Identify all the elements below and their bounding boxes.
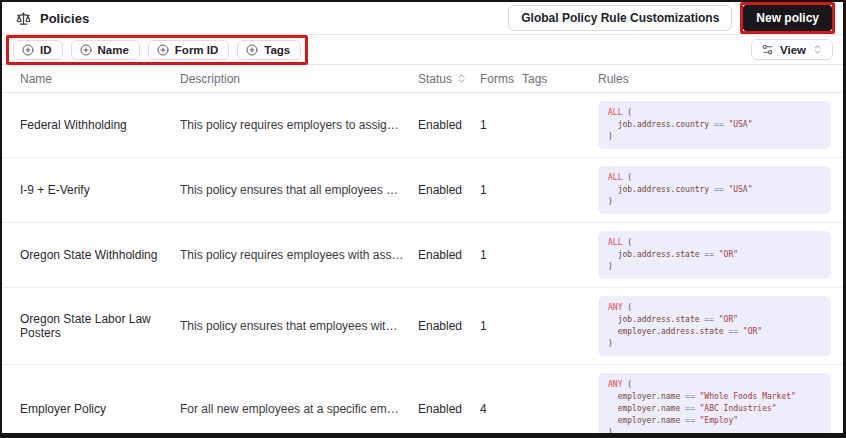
- annotation-box-new-policy: New policy: [740, 2, 835, 34]
- cell-rules: ANY ( employer.name == "Whole Foods Mark…: [598, 373, 831, 438]
- rule-code-block: ALL ( job.address.country == "USA" ): [598, 101, 831, 149]
- rule-code-block: ANY ( job.address.state == "OR" employer…: [598, 296, 831, 356]
- chevrons-up-down-icon: [812, 44, 823, 55]
- column-header-description: Description: [180, 72, 418, 86]
- filter-chip-name[interactable]: Name: [71, 40, 140, 60]
- table-row[interactable]: Oregon State Labor Law PostersThis polic…: [2, 288, 843, 365]
- cell-rules: ANY ( job.address.state == "OR" employer…: [598, 296, 831, 356]
- view-button[interactable]: View: [751, 39, 833, 60]
- cell-status: Enabled: [418, 248, 480, 262]
- circle-plus-icon: [22, 44, 34, 56]
- filter-chip-id[interactable]: ID: [13, 40, 63, 60]
- filter-toolbar: ID Name Form ID Tags View: [2, 35, 843, 65]
- scales-icon: [16, 11, 31, 26]
- cell-forms: 1: [480, 183, 522, 197]
- table-row[interactable]: Employer PolicyFor all new employees at …: [2, 365, 843, 438]
- cell-name: I-9 + E-Verify: [20, 183, 180, 197]
- cell-status: Enabled: [418, 118, 480, 132]
- filter-chip-label: Form ID: [175, 44, 218, 56]
- cell-description: This policy ensures that all employees c…: [180, 183, 418, 197]
- cell-rules: ALL ( job.address.country == "USA" ): [598, 101, 831, 149]
- table-row[interactable]: I-9 + E-VerifyThis policy ensures that a…: [2, 158, 843, 223]
- column-header-tags: Tags: [522, 72, 598, 86]
- rule-code-block: ALL ( job.address.state == "OR" ): [598, 231, 831, 279]
- cell-description: This policy ensures that employees with …: [180, 319, 418, 333]
- filter-chip-label: Tags: [264, 44, 290, 56]
- cell-name: Oregon State Withholding: [20, 248, 180, 262]
- page-title: Policies: [40, 11, 89, 26]
- cell-forms: 4: [480, 402, 522, 416]
- sliders-icon: [761, 43, 774, 56]
- page-header: Policies Global Policy Rule Customizatio…: [2, 2, 843, 35]
- cell-description: For all new employees at a specific empl…: [180, 402, 418, 416]
- annotation-box-filters: ID Name Form ID Tags: [6, 35, 308, 65]
- filter-chip-label: Name: [98, 44, 129, 56]
- table-row[interactable]: Federal WithholdingThis policy requires …: [2, 93, 843, 158]
- column-header-status: Status: [418, 72, 480, 86]
- cell-status: Enabled: [418, 402, 480, 416]
- cell-description: This policy requires employers to assign…: [180, 118, 418, 132]
- new-policy-button[interactable]: New policy: [743, 5, 832, 31]
- table-header: Name Description Status Forms Tags Rules: [2, 65, 843, 93]
- column-header-forms: Forms: [480, 72, 522, 86]
- rule-code-block: ALL ( job.address.country == "USA" ): [598, 166, 831, 214]
- cell-status: Enabled: [418, 183, 480, 197]
- app-window: Policies Global Policy Rule Customizatio…: [0, 0, 846, 438]
- filter-chip-tags[interactable]: Tags: [237, 40, 301, 60]
- cell-forms: 1: [480, 118, 522, 132]
- cell-name: Employer Policy: [20, 402, 180, 416]
- circle-plus-icon: [157, 44, 169, 56]
- cell-forms: 1: [480, 248, 522, 262]
- table-row[interactable]: Oregon State WithholdingThis policy requ…: [2, 223, 843, 288]
- cell-rules: ALL ( job.address.country == "USA" ): [598, 166, 831, 214]
- column-header-name: Name: [20, 72, 180, 86]
- status-sort-icon[interactable]: [456, 73, 467, 84]
- cell-status: Enabled: [418, 319, 480, 333]
- cell-name: Oregon State Labor Law Posters: [20, 312, 180, 340]
- cell-forms: 1: [480, 319, 522, 333]
- circle-plus-icon: [246, 44, 258, 56]
- view-button-label: View: [780, 44, 806, 56]
- cell-description: This policy requires employees with assi…: [180, 248, 418, 262]
- column-header-rules: Rules: [598, 72, 831, 86]
- cell-name: Federal Withholding: [20, 118, 180, 132]
- table-body: Federal WithholdingThis policy requires …: [2, 93, 843, 438]
- filter-chip-form-id[interactable]: Form ID: [148, 40, 229, 60]
- rule-code-block: ANY ( employer.name == "Whole Foods Mark…: [598, 373, 831, 438]
- cell-rules: ALL ( job.address.state == "OR" ): [598, 231, 831, 279]
- circle-plus-icon: [80, 44, 92, 56]
- filter-chip-label: ID: [40, 44, 52, 56]
- global-policy-rule-customizations-button[interactable]: Global Policy Rule Customizations: [508, 5, 732, 31]
